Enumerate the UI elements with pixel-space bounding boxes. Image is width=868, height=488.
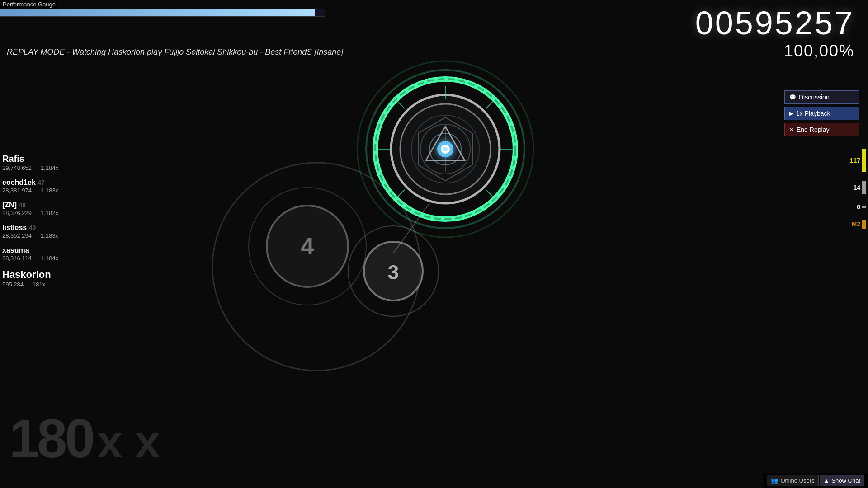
online-users-icon: 👥 xyxy=(771,477,778,484)
show-chat-icon: ▲ xyxy=(824,477,830,484)
online-users-button[interactable]: 👥 Online Users xyxy=(767,475,818,486)
svg-text:4: 4 xyxy=(301,233,314,259)
bottom-bar: 👥 Online Users ▲ Show Chat xyxy=(763,473,868,488)
svg-text:3: 3 xyxy=(388,261,399,283)
show-chat-label: Show Chat xyxy=(831,477,860,484)
game-area: 4 3 xyxy=(0,0,868,488)
show-chat-button[interactable]: ▲ Show Chat xyxy=(820,475,864,486)
online-users-label: Online Users xyxy=(780,477,814,484)
svg-point-21 xyxy=(443,147,448,151)
